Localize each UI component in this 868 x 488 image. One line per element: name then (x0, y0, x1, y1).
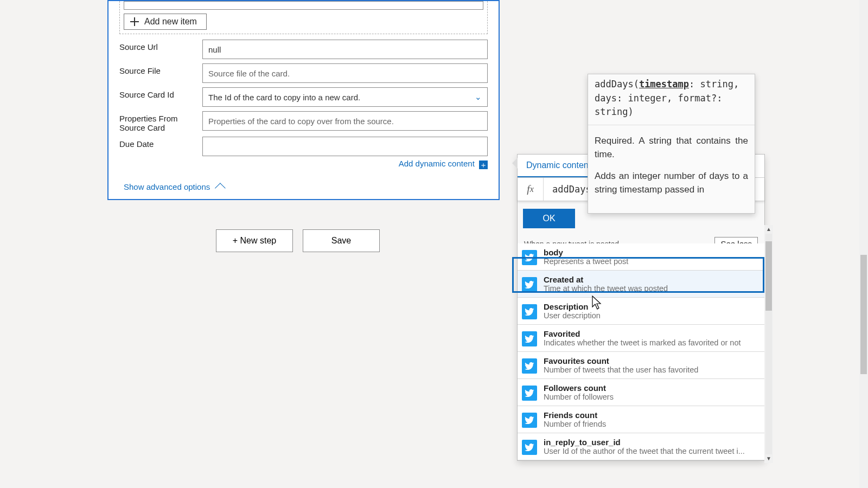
list-item-desc: User Id of the author of the tweet that … (544, 447, 745, 455)
tooltip-description: Required. A string that contains the tim… (595, 134, 748, 197)
dynamic-content-list-wrap: bodyRepresents a tweet postCreated atTim… (518, 243, 764, 460)
expression-tooltip: addDays(timestamp: string, days: integer… (588, 74, 755, 214)
source-url-input[interactable] (202, 40, 488, 59)
list-item[interactable]: Friends countNumber of friends (518, 406, 764, 433)
source-card-id-select[interactable]: The Id of the card to copy into a new ca… (202, 87, 488, 107)
twitter-icon (522, 250, 537, 265)
list-item-title: Created at (544, 275, 668, 284)
list-item[interactable]: Created atTime at which the tweet was po… (518, 271, 764, 298)
sig-pre: addDays( (595, 79, 639, 89)
list-field-container: Add new item (119, 1, 488, 34)
page-scroll-thumb[interactable] (860, 255, 867, 374)
list-item-meta: in_reply_to_user_idUser Id of the author… (544, 438, 745, 455)
source-url-label: Source Url (119, 40, 202, 52)
show-advanced-options-toggle[interactable]: Show advanced options (124, 182, 225, 191)
list-item-desc: Indicates whether the tweet is marked as… (544, 338, 741, 347)
page-scrollbar[interactable] (859, 0, 868, 488)
twitter-icon (522, 331, 537, 346)
list-item-meta: Created atTime at which the tweet was po… (544, 275, 668, 293)
ok-button[interactable]: OK (523, 209, 575, 228)
list-item-desc: Time at which the tweet was posted (544, 284, 668, 293)
list-item[interactable]: FavoritedIndicates whether the tweet is … (518, 325, 764, 352)
plus-icon (130, 17, 139, 27)
list-item[interactable]: in_reply_to_user_idUser Id of the author… (518, 433, 764, 460)
add-item-label: Add new item (144, 17, 197, 27)
show-advanced-label: Show advanced options (124, 182, 210, 191)
scroll-up-icon[interactable]: ▲ (764, 225, 773, 234)
due-date-input[interactable] (202, 137, 488, 156)
panel-scrollbar[interactable]: ▲ ▼ (764, 225, 773, 463)
due-date-label: Due Date (119, 137, 202, 149)
list-item-title: Followers count (544, 383, 614, 393)
tooltip-signature: addDays(timestamp: string, days: integer… (595, 78, 748, 125)
add-dynamic-content-icon[interactable]: ＋ (479, 160, 488, 169)
twitter-icon (522, 304, 537, 319)
scroll-thumb[interactable] (765, 241, 772, 311)
list-item-title: Favorited (544, 329, 741, 338)
props-from-source-label: Properties From Source Card (119, 111, 202, 132)
save-button[interactable]: Save (303, 229, 380, 252)
action-card: Add new item Source Url Source File Sour… (107, 0, 500, 200)
source-card-id-label: Source Card Id (119, 87, 202, 99)
dynamic-content-list: bodyRepresents a tweet postCreated atTim… (518, 243, 764, 460)
list-item-field[interactable] (124, 1, 483, 10)
new-step-button[interactable]: + New step (216, 229, 293, 252)
list-item-title: body (544, 248, 628, 257)
sig-arg: timestamp (639, 79, 689, 89)
list-item-desc: Number of friends (544, 420, 606, 428)
fx-icon: fx (518, 178, 544, 201)
source-card-id-placeholder: The Id of the card to copy into a new ca… (208, 93, 360, 102)
list-item[interactable]: DescriptionUser description (518, 298, 764, 325)
list-item[interactable]: Followers countNumber of followers (518, 379, 764, 406)
list-item-meta: Favourites countNumber of tweets that th… (544, 356, 698, 374)
list-item-desc: Number of followers (544, 393, 614, 401)
list-item-title: Favourites count (544, 356, 698, 365)
list-item-meta: DescriptionUser description (544, 302, 601, 320)
list-item-desc: Represents a tweet post (544, 257, 628, 266)
list-item-desc: User description (544, 311, 601, 320)
list-item-title: Friends count (544, 410, 606, 420)
tooltip-p2: Adds an integer number of days to a stri… (595, 169, 748, 197)
source-file-label: Source File (119, 63, 202, 75)
list-item-meta: Friends countNumber of friends (544, 410, 606, 428)
twitter-icon (522, 277, 537, 292)
tooltip-p1: Required. A string that contains the tim… (595, 134, 748, 162)
list-item-meta: bodyRepresents a tweet post (544, 248, 628, 266)
list-item[interactable]: Favourites countNumber of tweets that th… (518, 352, 764, 379)
twitter-icon (522, 358, 537, 374)
scroll-down-icon[interactable]: ▼ (764, 454, 773, 463)
flow-buttons: + New step Save (216, 229, 380, 252)
add-dynamic-content-label: Add dynamic content (399, 159, 475, 168)
twitter-icon (522, 440, 537, 455)
list-item-desc: Number of tweets that the user has favor… (544, 365, 698, 374)
list-item[interactable]: bodyRepresents a tweet post (518, 243, 764, 271)
twitter-icon (522, 413, 537, 428)
list-item-title: Description (544, 302, 601, 311)
add-dynamic-content-link[interactable]: Add dynamic content (399, 159, 477, 168)
list-item-meta: FavoritedIndicates whether the tweet is … (544, 329, 741, 347)
chevron-up-icon (215, 183, 226, 194)
list-item-meta: Followers countNumber of followers (544, 383, 614, 401)
panel-caret-icon (512, 158, 518, 169)
source-file-input[interactable] (202, 63, 488, 83)
list-item-title: in_reply_to_user_id (544, 438, 745, 447)
add-new-item-button[interactable]: Add new item (124, 14, 207, 30)
twitter-icon (522, 386, 537, 401)
props-from-source-input[interactable] (202, 111, 488, 131)
tooltip-divider (588, 125, 755, 125)
chevron-down-icon: ⌄ (475, 92, 482, 102)
